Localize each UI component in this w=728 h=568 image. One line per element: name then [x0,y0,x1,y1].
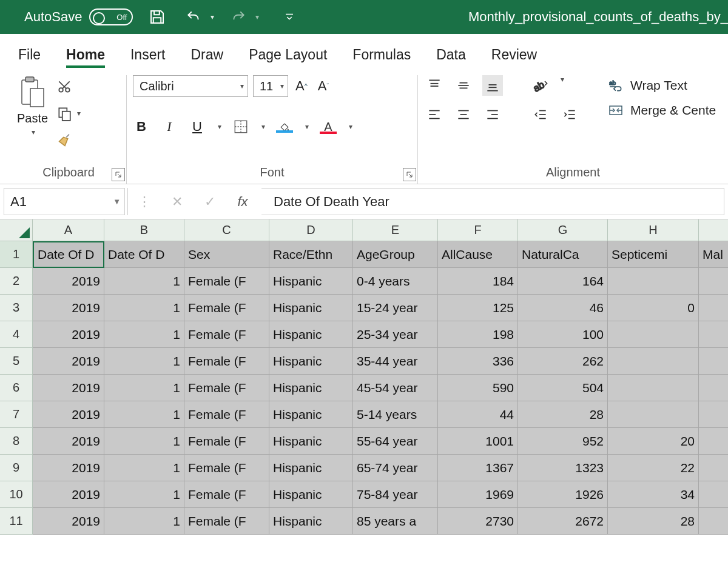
column-header[interactable]: C [184,219,269,241]
data-cell[interactable]: 0 [608,295,699,321]
data-cell[interactable]: 2019 [33,268,104,295]
customize-qat-icon[interactable] [277,5,302,29]
borders-icon[interactable] [232,116,249,137]
align-top-icon[interactable] [424,75,445,96]
borders-dropdown[interactable]: ▾ [261,122,265,131]
data-cell[interactable]: 55-64 year [353,428,438,455]
spreadsheet-grid[interactable]: ABCDEFGH 1234567891011 Date Of DDate Of … [0,219,728,568]
data-cell[interactable]: 1 [104,455,184,481]
data-cell[interactable]: 184 [438,268,518,295]
data-cell[interactable]: 1 [104,348,184,375]
column-header[interactable] [699,219,728,241]
row-header[interactable]: 4 [0,321,33,348]
data-cell[interactable] [608,268,699,295]
clipboard-launcher[interactable] [112,168,125,181]
tab-page-layout[interactable]: Page Layout [249,47,327,69]
data-cell[interactable]: Hispanic [269,508,353,535]
data-cell[interactable]: 2019 [33,401,104,428]
data-cell[interactable]: 34 [608,481,699,508]
header-cell[interactable]: Septicemi [608,241,699,268]
data-cell[interactable]: 25-34 year [353,321,438,348]
decrease-font-icon[interactable]: Aˇ [315,76,332,96]
data-cell[interactable]: 2019 [33,321,104,348]
align-right-icon[interactable] [482,104,503,125]
column-header[interactable]: E [353,219,438,241]
data-cell[interactable]: 20 [608,428,699,455]
data-cell[interactable]: 28 [608,508,699,535]
data-cell[interactable]: 198 [438,321,518,348]
data-cell[interactable]: 1926 [518,481,608,508]
data-cell[interactable]: Female (F [184,295,269,321]
header-cell[interactable]: NaturalCa [518,241,608,268]
formula-options-icon[interactable]: ⋮ [128,184,161,219]
data-cell[interactable]: 85 years a [353,508,438,535]
align-bottom-icon[interactable] [482,75,503,96]
data-cell[interactable] [699,295,728,321]
column-header[interactable]: B [104,219,184,241]
data-cell[interactable] [699,401,728,428]
data-cell[interactable]: Hispanic [269,375,353,401]
column-header[interactable]: D [269,219,353,241]
data-cell[interactable]: 164 [518,268,608,295]
font-name-combo[interactable]: Calibri ▾ [133,75,248,97]
data-cell[interactable]: Hispanic [269,321,353,348]
tab-insert[interactable]: Insert [130,47,166,69]
wrap-text-button[interactable]: ab Wrap Text [607,78,716,93]
data-cell[interactable]: 1 [104,481,184,508]
redo-icon[interactable] [226,5,251,29]
data-cell[interactable]: 2019 [33,481,104,508]
row-header[interactable]: 8 [0,428,33,455]
data-cell[interactable]: 2672 [518,508,608,535]
paste-icon[interactable] [18,75,47,109]
data-cell[interactable]: Female (F [184,348,269,375]
increase-indent-icon[interactable] [559,104,580,125]
tab-formulas[interactable]: Formulas [352,47,411,69]
data-cell[interactable]: 46 [518,295,608,321]
header-cell[interactable]: AgeGroup [353,241,438,268]
data-cell[interactable]: 35-44 year [353,348,438,375]
row-header[interactable]: 11 [0,508,33,535]
tab-review[interactable]: Review [491,47,537,69]
font-launcher[interactable] [403,168,416,181]
data-cell[interactable]: 952 [518,428,608,455]
data-cell[interactable]: 0-4 years [353,268,438,295]
data-cell[interactable]: 15-24 year [353,295,438,321]
data-cell[interactable]: Hispanic [269,295,353,321]
data-cell[interactable]: 125 [438,295,518,321]
data-cell[interactable]: 2730 [438,508,518,535]
data-cell[interactable]: Hispanic [269,481,353,508]
data-cell[interactable]: 590 [438,375,518,401]
column-header[interactable]: H [608,219,699,241]
align-middle-icon[interactable] [453,75,474,96]
data-cell[interactable] [699,508,728,535]
data-cell[interactable]: Female (F [184,455,269,481]
data-cell[interactable]: 2019 [33,428,104,455]
data-cell[interactable]: 75-84 year [353,481,438,508]
undo-icon[interactable] [181,5,206,29]
data-cell[interactable] [699,348,728,375]
data-cell[interactable]: 65-74 year [353,455,438,481]
data-cell[interactable]: Female (F [184,508,269,535]
name-box[interactable]: A1 ▼ [4,188,125,215]
data-cell[interactable] [699,481,728,508]
data-cell[interactable]: Female (F [184,428,269,455]
data-cell[interactable] [699,375,728,401]
data-cell[interactable] [608,375,699,401]
data-cell[interactable]: 2019 [33,375,104,401]
paste-dropdown[interactable]: ▾ [32,128,35,136]
row-header[interactable]: 1 [0,241,33,268]
column-header[interactable]: F [438,219,518,241]
column-header[interactable]: A [33,219,104,241]
orientation-icon[interactable]: ab [530,75,551,96]
row-header[interactable]: 6 [0,375,33,401]
data-cell[interactable]: Female (F [184,268,269,295]
row-header[interactable]: 7 [0,401,33,428]
data-cell[interactable]: 1367 [438,455,518,481]
data-cell[interactable]: 2019 [33,295,104,321]
data-cell[interactable]: 2019 [33,455,104,481]
data-cell[interactable]: Hispanic [269,428,353,455]
data-cell[interactable]: 1 [104,375,184,401]
data-cell[interactable]: Female (F [184,481,269,508]
data-cell[interactable]: Hispanic [269,455,353,481]
header-cell[interactable]: AllCause [438,241,518,268]
